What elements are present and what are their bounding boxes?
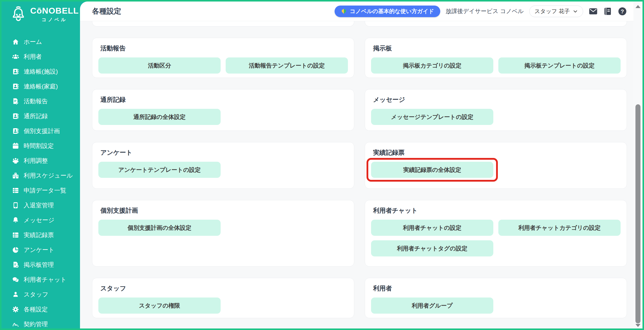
card-button-row: 活動区分活動報告テンプレートの設定 [98, 57, 348, 74]
help-icon[interactable]: ? [618, 7, 627, 16]
scroll-down-arrow-icon[interactable] [635, 323, 641, 327]
sidebar-item-18[interactable]: 各種設定 [2, 302, 80, 317]
sidebar-item-1[interactable]: 利用者 [2, 49, 80, 64]
sidebar-item-17[interactable]: スタッフ [2, 287, 80, 302]
sidebar-item-label: 利用者 [24, 53, 42, 61]
app-window: CōNOBELL コノベル ホーム利用者連絡帳(施設)連絡帳(家庭)活動報告通所… [2, 2, 642, 328]
card-button-row: アンケートテンプレートの設定 [98, 162, 348, 178]
page-title: 各種設定 [92, 6, 121, 16]
scrollbar-thumb[interactable] [635, 104, 640, 323]
guide-button-label: コノベルの基本的な使い方ガイド [350, 8, 434, 15]
guide-button[interactable]: コノベルの基本的な使い方ガイド [335, 6, 440, 17]
card-button-row: 利用者チャットの設定利用者チャットカテゴリの設定利用者チャットタグの設定 [371, 220, 621, 256]
sidebar-item-14[interactable]: アンケート [2, 242, 80, 257]
settings-card-1: 掲示板掲示板カテゴリの設定掲示板テンプレートの設定 [365, 38, 627, 78]
scroll-up-arrow-icon[interactable] [635, 5, 641, 9]
page-header: 各種設定 コノベルの基本的な使い方ガイド 放課後デイサービス コノベル スタッフ… [80, 2, 633, 21]
sidebar-item-8[interactable]: 利用調整 [2, 153, 80, 168]
card-button-row: メッセージテンプレートの設定 [371, 109, 621, 125]
card-title: 実績記録票 [373, 148, 621, 157]
card-title: 利用者 [373, 284, 621, 292]
settings-button[interactable]: 利用者グループ [371, 298, 493, 314]
contract-icon [12, 321, 19, 328]
sidebar-item-15[interactable]: 掲示板管理 [2, 257, 80, 272]
sidebar-item-16[interactable]: 利用者チャット [2, 272, 80, 287]
sidebar-item-2[interactable]: 連絡帳(施設) [2, 64, 80, 79]
sidebar-item-label: ホーム [24, 38, 42, 46]
sidebar-item-0[interactable]: ホーム [2, 34, 80, 49]
partial-card-left [92, 21, 354, 26]
sidebar-item-label: 入退室管理 [24, 201, 54, 209]
card-button-row: 掲示板カテゴリの設定掲示板テンプレートの設定 [371, 57, 621, 74]
settings-button[interactable]: 個別支援計画の全体設定 [98, 220, 221, 236]
sidebar-item-7[interactable]: 時間割設定 [2, 138, 80, 153]
table-icon [12, 232, 19, 239]
settings-button[interactable]: 掲示板テンプレートの設定 [498, 57, 621, 74]
sidebar-item-5[interactable]: 通所記録 [2, 109, 80, 123]
settings-button[interactable]: 活動区分 [98, 57, 221, 74]
main-area: 各種設定 コノベルの基本的な使い方ガイド 放課後デイサービス コノベル スタッフ… [80, 2, 633, 328]
settings-button[interactable]: 利用者チャットの設定 [371, 220, 493, 236]
building-icon [12, 172, 19, 179]
staff-dropdown-label: スタッフ 花子 [535, 8, 570, 15]
settings-card-2: 通所記録通所記録の全体設定 [92, 89, 354, 131]
sidebar-item-11[interactable]: 入退室管理 [2, 198, 80, 213]
settings-card-8: スタッフスタッフの権限 [92, 278, 354, 318]
settings-button[interactable]: アンケートテンプレートの設定 [98, 162, 221, 178]
settings-button-highlighted[interactable]: 実績記録票の全体設定 [371, 162, 493, 178]
sidebar-item-label: 各種設定 [24, 305, 48, 313]
sidebar-item-12[interactable]: メッセージ [2, 213, 80, 227]
settings-button[interactable]: 利用者チャットタグの設定 [371, 240, 493, 256]
sidebar-item-label: アンケート [24, 246, 54, 254]
sidebar-item-label: 個別支援計画 [24, 127, 60, 135]
sidebar-item-label: 掲示板管理 [24, 261, 54, 269]
report-pen-icon [12, 98, 19, 105]
sidebar-item-6[interactable]: 個別支援計画 [2, 123, 80, 138]
settings-card-9: 利用者利用者グループ [365, 278, 627, 318]
settings-button[interactable]: メッセージテンプレートの設定 [371, 109, 493, 125]
home-icon [12, 38, 19, 45]
tablet-icon [12, 202, 19, 209]
card-button-row: 個別支援計画の全体設定 [98, 220, 348, 236]
sidebar-item-4[interactable]: 活動報告 [2, 94, 80, 109]
sidebar-item-label: 利用スケジュール [24, 172, 73, 180]
doc-check-icon [12, 261, 19, 268]
person-icon [12, 291, 19, 298]
settings-button[interactable]: スタッフの権限 [98, 298, 221, 314]
sidebar-item-10[interactable]: 申請データ一覧 [2, 183, 80, 198]
sidebar-item-label: スタッフ [24, 290, 48, 299]
brand-subtitle: コノベル [42, 17, 67, 23]
sidebar-item-9[interactable]: 利用スケジュール [2, 168, 80, 183]
card-title: スタッフ [100, 284, 348, 292]
sidebar-item-13[interactable]: 実績記録票 [2, 227, 80, 242]
sidebar-item-label: 時間割設定 [24, 142, 54, 150]
sidebar-item-3[interactable]: 連絡帳(家庭) [2, 79, 80, 94]
header-actions: コノベルの基本的な使い方ガイド 放課後デイサービス コノベル スタッフ 花子 ? [335, 6, 627, 17]
card-button-row: 通所記録の全体設定 [98, 109, 348, 125]
card-title: 通所記録 [100, 95, 348, 104]
sidebar-item-label: 契約管理 [24, 320, 48, 328]
sidebar-item-label: 活動報告 [24, 97, 48, 105]
sidebar-item-19[interactable]: 契約管理 [2, 317, 80, 328]
pie-chart-icon [12, 246, 19, 253]
settings-card-6: 個別支援計画個別支援計画の全体設定 [92, 200, 354, 267]
card-button-row: 実績記録票の全体設定 [371, 162, 621, 178]
vertical-scrollbar[interactable] [633, 2, 642, 328]
settings-button[interactable]: 利用者チャットカテゴリの設定 [498, 220, 621, 236]
card-title: 掲示板 [373, 44, 621, 52]
staff-dropdown[interactable]: スタッフ 花子 [529, 6, 583, 17]
card-title: 利用者チャット [373, 206, 621, 215]
settings-button[interactable]: 通所記録の全体設定 [98, 109, 221, 125]
sidebar-item-label: 通所記録 [24, 112, 48, 120]
mail-icon[interactable] [589, 7, 598, 16]
settings-button[interactable]: 活動報告テンプレートの設定 [226, 57, 348, 74]
settings-card-4: アンケートアンケートテンプレートの設定 [92, 142, 354, 189]
sidebar: CōNOBELL コノベル ホーム利用者連絡帳(施設)連絡帳(家庭)活動報告通所… [2, 2, 80, 328]
contact-book-icon [12, 127, 19, 135]
logo[interactable]: CōNOBELL コノベル [2, 2, 80, 23]
manual-icon[interactable] [603, 7, 612, 16]
card-button-row: スタッフの権限 [98, 298, 348, 314]
settings-button[interactable]: 掲示板カテゴリの設定 [371, 57, 493, 74]
card-title: 個別支援計画 [100, 206, 348, 215]
card-button-row: 利用者グループ [371, 298, 621, 314]
